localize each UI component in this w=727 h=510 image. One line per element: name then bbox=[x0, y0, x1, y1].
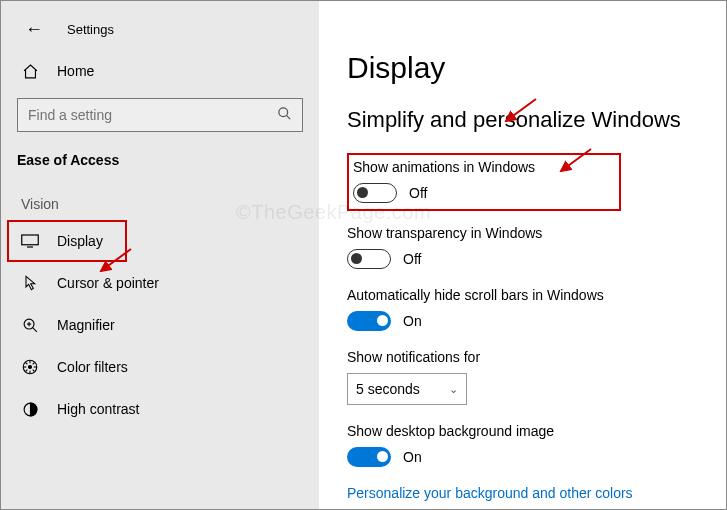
sidebar-item-label: Display bbox=[57, 233, 103, 249]
personalize-link[interactable]: Personalize your background and other co… bbox=[347, 485, 726, 501]
svg-point-13 bbox=[29, 366, 32, 369]
toggle-state: Off bbox=[409, 185, 427, 201]
search-box[interactable] bbox=[17, 98, 303, 132]
main-content: Display Simplify and personalize Windows… bbox=[319, 1, 726, 509]
toggle-background[interactable] bbox=[347, 447, 391, 467]
svg-line-9 bbox=[32, 327, 36, 331]
sidebar-item-label: High contrast bbox=[57, 401, 139, 417]
sidebar-item-label: Magnifier bbox=[57, 317, 115, 333]
setting-label: Show animations in Windows bbox=[353, 159, 535, 175]
setting-notifications: Show notifications for 5 seconds ⌄ bbox=[347, 349, 726, 405]
search-input[interactable] bbox=[28, 107, 248, 123]
setting-scrollbars: Automatically hide scroll bars in Window… bbox=[347, 287, 726, 331]
svg-line-21 bbox=[26, 370, 28, 372]
cursor-icon bbox=[21, 274, 39, 292]
search-icon bbox=[277, 106, 292, 125]
toggle-transparency[interactable] bbox=[347, 249, 391, 269]
svg-rect-6 bbox=[22, 235, 39, 245]
toggle-animations[interactable] bbox=[353, 183, 397, 203]
page-subheading: Simplify and personalize Windows bbox=[347, 107, 726, 133]
dropdown-value: 5 seconds bbox=[356, 381, 420, 397]
sidebar-item-label: Color filters bbox=[57, 359, 128, 375]
setting-background: Show desktop background image On bbox=[347, 423, 726, 467]
chevron-down-icon: ⌄ bbox=[449, 383, 458, 396]
toggle-scrollbars[interactable] bbox=[347, 311, 391, 331]
svg-point-4 bbox=[279, 107, 288, 116]
setting-animations: Show animations in Windows Off bbox=[347, 153, 621, 211]
toggle-state: Off bbox=[403, 251, 421, 267]
svg-line-20 bbox=[33, 363, 35, 365]
magnifier-icon bbox=[21, 316, 39, 334]
highcontrast-icon bbox=[21, 400, 39, 418]
toggle-state: On bbox=[403, 449, 422, 465]
sidebar-item-display[interactable]: Display bbox=[7, 220, 127, 262]
home-link[interactable]: Home bbox=[1, 52, 319, 90]
toggle-state: On bbox=[403, 313, 422, 329]
page-heading: Display bbox=[347, 51, 726, 85]
setting-label: Show transparency in Windows bbox=[347, 225, 726, 241]
notifications-dropdown[interactable]: 5 seconds ⌄ bbox=[347, 373, 467, 405]
setting-label: Automatically hide scroll bars in Window… bbox=[347, 287, 726, 303]
svg-line-19 bbox=[33, 370, 35, 372]
back-button[interactable]: ← bbox=[25, 19, 43, 40]
sidebar-item-cursor[interactable]: Cursor & pointer bbox=[1, 262, 319, 304]
setting-label: Show desktop background image bbox=[347, 423, 726, 439]
window-title: Settings bbox=[67, 22, 114, 37]
display-icon bbox=[21, 232, 39, 250]
section-heading: Vision bbox=[1, 186, 319, 220]
home-label: Home bbox=[57, 63, 94, 79]
sidebar-item-label: Cursor & pointer bbox=[57, 275, 159, 291]
category-heading: Ease of Access bbox=[1, 146, 319, 186]
setting-label: Show notifications for bbox=[347, 349, 726, 365]
sidebar-item-magnifier[interactable]: Magnifier bbox=[1, 304, 319, 346]
setting-transparency: Show transparency in Windows Off bbox=[347, 225, 726, 269]
sidebar: ← Settings Home Ease of Access Vision Di… bbox=[1, 1, 319, 509]
colorfilters-icon bbox=[21, 358, 39, 376]
sidebar-item-highcontrast[interactable]: High contrast bbox=[1, 388, 319, 430]
svg-line-18 bbox=[26, 363, 28, 365]
svg-line-5 bbox=[286, 115, 290, 119]
home-icon bbox=[21, 62, 39, 80]
sidebar-item-colorfilters[interactable]: Color filters bbox=[1, 346, 319, 388]
